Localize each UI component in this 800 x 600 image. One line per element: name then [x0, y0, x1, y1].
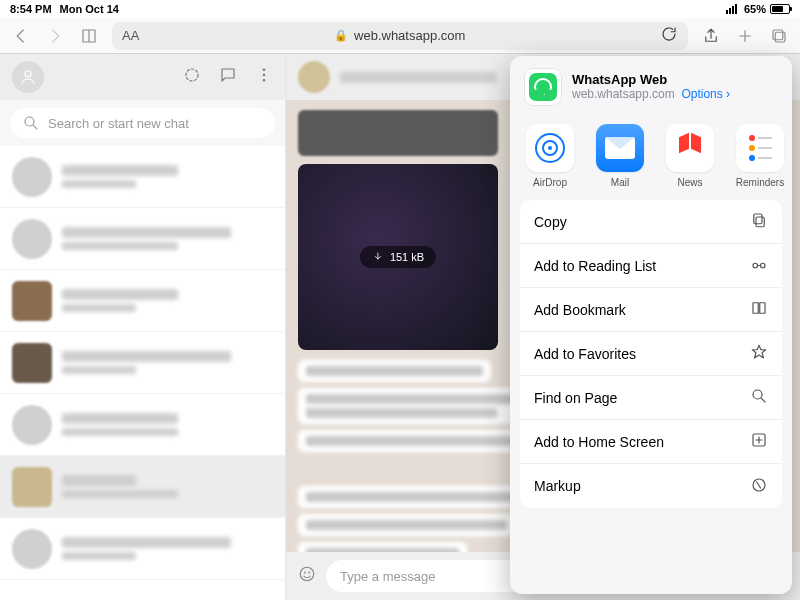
svg-point-6 [263, 80, 265, 82]
chat-row[interactable] [0, 208, 285, 270]
svg-point-4 [263, 69, 265, 71]
emoji-button[interactable] [298, 565, 316, 587]
svg-point-14 [753, 263, 758, 268]
share-app-label: Reminders [736, 177, 784, 188]
plus-square-icon [750, 431, 768, 452]
download-button[interactable]: 151 kB [360, 246, 436, 268]
battery-pct: 65% [744, 3, 766, 15]
download-size: 151 kB [390, 251, 424, 263]
chat-row[interactable] [0, 394, 285, 456]
share-app-label: News [677, 177, 702, 188]
new-chat-icon[interactable] [219, 66, 237, 88]
message-in[interactable] [298, 542, 467, 552]
reminders-icon [749, 135, 772, 161]
share-app-label: Mail [611, 177, 629, 188]
mail-icon [605, 137, 635, 159]
share-action-label: Add to Favorites [534, 346, 636, 362]
status-icon[interactable] [183, 66, 201, 88]
share-action-label: Markup [534, 478, 581, 494]
share-action-favorites[interactable]: Add to Favorites [520, 332, 782, 376]
glasses-icon [750, 255, 768, 276]
chat-row[interactable] [0, 332, 285, 394]
chat-list[interactable] [0, 146, 285, 600]
chat-row[interactable] [0, 518, 285, 580]
share-action-label: Add to Reading List [534, 258, 656, 274]
share-header: WhatsApp Web web.whatsapp.com Options › [510, 56, 792, 118]
message-in[interactable] [298, 430, 539, 452]
lock-icon: 🔒 [334, 29, 348, 42]
search-container: Search or start new chat [0, 100, 285, 146]
share-app-label: AirDrop [533, 177, 567, 188]
share-button[interactable] [700, 25, 722, 47]
new-tab-button[interactable] [734, 25, 756, 47]
chat-row[interactable] [0, 456, 285, 518]
markup-icon [750, 476, 768, 497]
share-action-find[interactable]: Find on Page [520, 376, 782, 420]
svg-rect-12 [756, 217, 764, 227]
url-bar[interactable]: AA 🔒 web.whatsapp.com [112, 22, 688, 50]
status-date: Mon Oct 14 [60, 3, 119, 15]
message-in[interactable] [298, 360, 491, 382]
svg-point-15 [761, 263, 766, 268]
share-apps-row[interactable]: AirDrop Mail News Reminders Notes [510, 118, 792, 200]
svg-point-16 [753, 390, 762, 399]
svg-point-8 [300, 567, 314, 581]
share-action-markup[interactable]: Markup [520, 464, 782, 508]
status-bar: 8:54 PM Mon Oct 14 65% [0, 0, 800, 18]
search-input[interactable]: Search or start new chat [10, 108, 275, 138]
share-action-bookmark[interactable]: Add Bookmark [520, 288, 782, 332]
share-app-airdrop[interactable]: AirDrop [522, 124, 578, 188]
svg-point-2 [25, 71, 31, 77]
safari-toolbar: AA 🔒 web.whatsapp.com [0, 18, 800, 54]
share-app-news[interactable]: News [662, 124, 718, 188]
share-options-link[interactable]: Options › [681, 87, 730, 101]
chat-avatar[interactable] [298, 61, 330, 93]
search-icon [22, 114, 40, 132]
share-action-copy[interactable]: Copy [520, 200, 782, 244]
share-action-label: Add Bookmark [534, 302, 626, 318]
svg-point-3 [186, 69, 198, 81]
sidebar-header [0, 54, 285, 100]
back-button[interactable] [10, 25, 32, 47]
chat-row[interactable] [0, 146, 285, 208]
search-icon [750, 387, 768, 408]
message-in[interactable] [298, 514, 515, 536]
news-icon [675, 133, 705, 163]
reload-button[interactable] [660, 25, 688, 46]
menu-icon[interactable] [255, 66, 273, 88]
search-placeholder: Search or start new chat [48, 116, 189, 131]
share-action-home-screen[interactable]: Add to Home Screen [520, 420, 782, 464]
share-sheet: WhatsApp Web web.whatsapp.com Options › … [510, 56, 792, 594]
share-action-label: Find on Page [534, 390, 617, 406]
chat-row[interactable] [0, 270, 285, 332]
share-url: web.whatsapp.com [572, 87, 675, 101]
forward-button[interactable] [44, 25, 66, 47]
share-action-reading-list[interactable]: Add to Reading List [520, 244, 782, 288]
svg-point-7 [25, 117, 34, 126]
share-title: WhatsApp Web [572, 73, 730, 87]
chat-list-sidebar: Search or start new chat [0, 54, 286, 600]
own-avatar[interactable] [12, 61, 44, 93]
share-app-reminders[interactable]: Reminders [732, 124, 788, 188]
battery-icon [770, 4, 790, 14]
tabs-button[interactable] [768, 25, 790, 47]
share-action-label: Add to Home Screen [534, 434, 664, 450]
svg-rect-13 [754, 214, 762, 224]
message-media[interactable]: 151 kB [298, 164, 498, 350]
message-image[interactable] [298, 110, 498, 156]
svg-rect-0 [775, 32, 785, 42]
wifi-icon [726, 4, 737, 14]
svg-point-9 [304, 572, 305, 573]
composer-placeholder: Type a message [340, 569, 435, 584]
share-actions-list: Copy Add to Reading List Add Bookmark Ad… [520, 200, 782, 508]
airdrop-icon [535, 133, 565, 163]
copy-icon [750, 211, 768, 232]
star-icon [750, 343, 768, 364]
share-app-mail[interactable]: Mail [592, 124, 648, 188]
text-size-button[interactable]: AA [112, 28, 139, 43]
svg-point-10 [309, 572, 310, 573]
svg-rect-1 [773, 30, 783, 40]
book-icon [750, 299, 768, 320]
bookmarks-button[interactable] [78, 25, 100, 47]
status-time: 8:54 PM [10, 3, 52, 15]
